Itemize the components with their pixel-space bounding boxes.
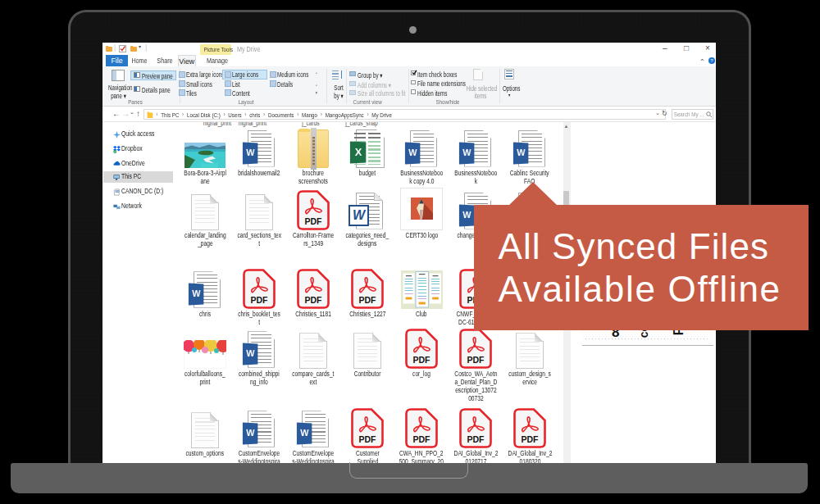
svg-text:PDF: PDF — [413, 355, 431, 365]
svg-text:PDF: PDF — [305, 216, 323, 226]
svg-text:PDF: PDF — [305, 295, 323, 305]
svg-text:PDF: PDF — [251, 295, 269, 305]
svg-text:PDF: PDF — [359, 295, 377, 305]
svg-text:PDF: PDF — [522, 434, 540, 444]
svg-text:SD: SD — [115, 190, 119, 193]
svg-text:PDF: PDF — [467, 355, 485, 365]
svg-text:PDF: PDF — [359, 434, 377, 444]
svg-text:PDF: PDF — [413, 434, 431, 444]
svg-text:PDF: PDF — [467, 434, 485, 444]
